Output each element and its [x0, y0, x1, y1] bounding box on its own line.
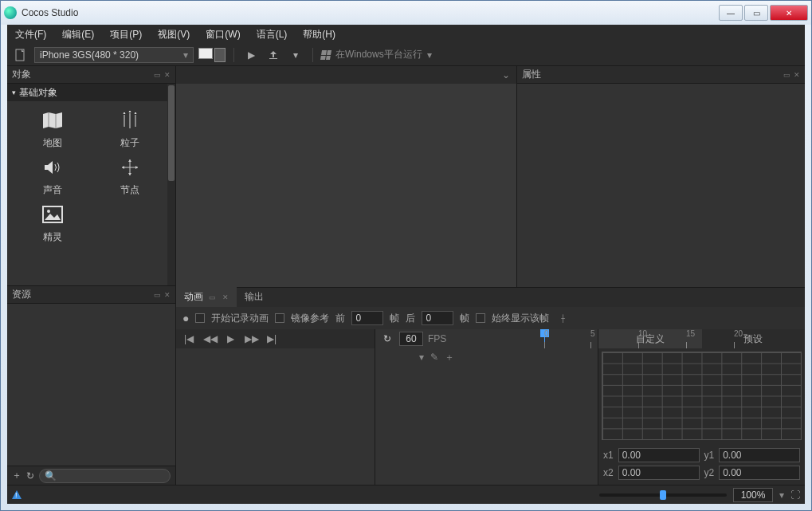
properties-panel-header[interactable]: 属性 ▭ ✕	[517, 66, 805, 84]
status-bar: 100% ▾ ⛶	[7, 485, 805, 504]
node-icon	[119, 158, 141, 177]
fps-label: FPS	[428, 333, 446, 344]
warning-icon[interactable]	[12, 490, 22, 499]
tab-close-icon[interactable]: ✕	[222, 293, 229, 301]
pencil-icon[interactable]: ✎	[430, 352, 438, 363]
y1-label: y1	[704, 450, 715, 461]
animation-tree[interactable]	[176, 348, 375, 485]
panel-close-icon[interactable]: ✕	[164, 291, 171, 299]
resources-panel-header[interactable]: 资源 ▭ ✕	[7, 286, 175, 304]
publish-button[interactable]	[265, 46, 282, 64]
zoom-slider-thumb[interactable]	[660, 490, 666, 500]
panel-float-icon[interactable]: ▭	[154, 291, 161, 299]
y1-input[interactable]: 0.00	[719, 448, 800, 462]
panel-close-icon[interactable]: ✕	[164, 71, 171, 79]
always-show-label: 始终显示该帧	[492, 312, 549, 325]
prev-frame-button[interactable]: ◀◀	[203, 333, 216, 344]
always-show-checkbox[interactable]	[476, 313, 485, 323]
first-frame-button[interactable]: |◀	[182, 333, 195, 344]
menu-window[interactable]: 窗口(W)	[198, 25, 248, 44]
play-anim-button[interactable]: ▶	[224, 333, 237, 344]
curve-dropdown-icon[interactable]: ▾	[419, 352, 424, 363]
new-file-button[interactable]	[12, 46, 29, 64]
app-icon	[4, 6, 17, 19]
sprite-icon	[41, 205, 64, 224]
play-button[interactable]: ▶	[242, 46, 260, 64]
properties-body[interactable]	[517, 84, 805, 287]
scrollbar-thumb[interactable]	[168, 85, 175, 181]
after-label: 后	[406, 312, 415, 325]
object-sprite[interactable]: 精灵	[14, 205, 92, 244]
menu-view[interactable]: 视图(V)	[150, 25, 198, 44]
curve-editor[interactable]	[602, 352, 802, 440]
timeline-ruler[interactable]: 0 5 10 15 20	[543, 329, 598, 348]
loop-button[interactable]: ↻	[380, 333, 394, 344]
fps-input[interactable]: 60	[399, 332, 423, 346]
menu-file[interactable]: 文件(F)	[7, 25, 54, 44]
resources-body[interactable]	[7, 304, 175, 466]
canvas-viewport[interactable]	[176, 84, 516, 287]
run-platform-dropdown[interactable]: ▾	[427, 49, 432, 61]
window-title: Cocos Studio	[22, 7, 719, 18]
after-frames-input[interactable]: 0	[422, 311, 453, 325]
run-platform-label[interactable]: 在Windows平台运行	[335, 48, 422, 61]
search-icon: 🔍	[45, 470, 57, 482]
panel-float-icon[interactable]: ▭	[783, 71, 790, 79]
record-label: 开始记录动画	[211, 312, 269, 325]
x2-label: x2	[603, 467, 614, 478]
object-particle[interactable]: 粒子	[92, 111, 170, 150]
refresh-resource-button[interactable]: ↻	[26, 470, 34, 482]
x1-input[interactable]: 0.00	[618, 448, 700, 462]
resources-panel-title: 资源	[12, 288, 31, 301]
zoom-slider[interactable]	[599, 493, 727, 497]
object-map[interactable]: 地图	[14, 111, 92, 150]
map-icon	[41, 111, 64, 130]
maximize-button[interactable]: ▭	[744, 5, 768, 21]
close-button[interactable]: ✕	[770, 5, 808, 21]
add-keyframe-button[interactable]: ＋	[445, 351, 454, 364]
minimize-button[interactable]: —	[719, 5, 743, 21]
resource-search-input[interactable]: 🔍	[39, 469, 171, 483]
basic-objects-category[interactable]: 基础对象	[7, 84, 175, 101]
last-frame-button[interactable]: ▶|	[265, 333, 278, 344]
y2-input[interactable]: 0.00	[719, 466, 800, 480]
record-indicator-icon[interactable]: ●	[182, 312, 189, 324]
snap-icon[interactable]: ⟊	[560, 312, 566, 324]
main-toolbar: iPhone 3GS(480 * 320) ▶ ▾ 在Windows平台运行 ▾	[7, 44, 805, 66]
before-frames-input[interactable]: 0	[351, 311, 383, 325]
tab-float-icon[interactable]: ▭	[209, 293, 216, 301]
menu-language[interactable]: 语言(L)	[249, 25, 296, 44]
panel-float-icon[interactable]: ▭	[154, 71, 161, 79]
portrait-button[interactable]	[214, 48, 226, 62]
menu-help[interactable]: 帮助(H)	[295, 25, 343, 44]
menu-edit[interactable]: 编辑(E)	[54, 25, 102, 44]
landscape-button[interactable]	[198, 48, 213, 59]
tab-animation[interactable]: 动画 ▭ ✕	[176, 287, 237, 307]
particle-icon	[119, 111, 141, 130]
object-node[interactable]: 节点	[92, 158, 170, 197]
publish-dropdown[interactable]: ▾	[287, 46, 304, 64]
tab-output[interactable]: 输出	[237, 287, 272, 307]
curve-tab-preset[interactable]: 预设	[702, 329, 806, 348]
zoom-percent[interactable]: 100%	[733, 488, 773, 502]
next-frame-button[interactable]: ▶▶	[245, 333, 257, 344]
record-checkbox[interactable]	[195, 313, 205, 323]
zoom-dropdown-icon[interactable]: ▾	[779, 489, 784, 501]
menu-project[interactable]: 项目(P)	[102, 25, 150, 44]
object-sound[interactable]: 声音	[14, 158, 92, 197]
sound-icon	[41, 158, 64, 177]
objects-panel-header[interactable]: 对象 ▭ ✕	[7, 66, 175, 84]
device-select-value: iPhone 3GS(480 * 320)	[40, 49, 139, 61]
x2-input[interactable]: 0.00	[618, 466, 700, 480]
device-select[interactable]: iPhone 3GS(480 * 320)	[34, 47, 194, 63]
add-resource-button[interactable]: ＋	[12, 469, 22, 482]
before-label: 前	[335, 312, 345, 325]
canvas-dropdown-icon[interactable]: ⌄	[502, 69, 510, 81]
mirror-checkbox[interactable]	[275, 313, 284, 323]
properties-panel-title: 属性	[522, 68, 541, 81]
panel-close-icon[interactable]: ✕	[794, 71, 800, 79]
canvas-header: ⌄	[176, 66, 516, 84]
window-titlebar[interactable]: Cocos Studio — ▭ ✕	[1, 1, 811, 25]
fit-screen-icon[interactable]: ⛶	[790, 489, 800, 501]
objects-scrollbar[interactable]	[167, 84, 175, 285]
